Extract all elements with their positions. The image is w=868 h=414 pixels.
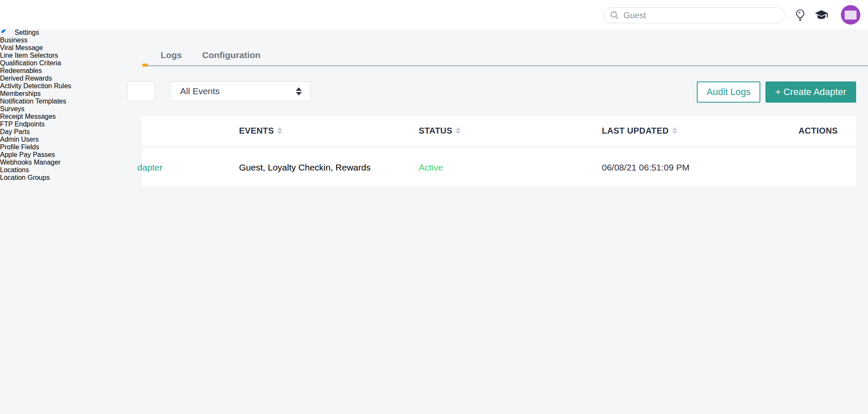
- status-badge: Active: [419, 162, 443, 173]
- column-header-status[interactable]: STATUS: [419, 116, 461, 145]
- search-icon: [610, 11, 619, 20]
- tab-logs[interactable]: Logs: [161, 50, 182, 60]
- tab-configuration[interactable]: Configuration: [202, 50, 261, 60]
- column-header-events[interactable]: EVENTS: [239, 116, 282, 145]
- sidebar-submenu: Business Viral Message Line Item Selecto…: [0, 36, 71, 182]
- sort-icon[interactable]: [456, 127, 461, 134]
- column-header-actions: ACTIONS: [798, 116, 838, 145]
- column-header-last-updated[interactable]: LAST UPDATED: [602, 116, 677, 145]
- sidebar-section-label: Settings: [14, 29, 39, 36]
- avatar-image: [845, 11, 857, 20]
- search-input[interactable]: Guest: [604, 7, 785, 23]
- sidebar-item-admin-users[interactable]: Admin Users: [0, 136, 71, 143]
- search-filter-input[interactable]: [127, 81, 155, 101]
- event-filter-select[interactable]: All Events: [170, 81, 311, 101]
- sort-icon[interactable]: [277, 127, 282, 134]
- sidebar-item-qualification-criteria[interactable]: Qualification Criteria: [0, 59, 71, 67]
- lightbulb-icon[interactable]: [793, 8, 807, 22]
- top-bar: Guest: [0, 0, 868, 30]
- sidebar-item-receipt-messages[interactable]: Receipt Messages: [0, 113, 71, 120]
- row-events-cell: Guest, Loyalty Checkin, Rewards: [239, 148, 370, 187]
- audit-logs-button[interactable]: Audit Logs: [697, 81, 760, 103]
- sidebar-item-business[interactable]: Business: [0, 36, 71, 44]
- sort-icon[interactable]: [672, 127, 677, 134]
- sidebar-item-notification-templates[interactable]: Notification Templates: [0, 98, 71, 105]
- sidebar-item-memberships[interactable]: Memberships: [0, 90, 71, 98]
- graduation-cap-icon[interactable]: [815, 8, 828, 22]
- row-last-updated-cell: 06/08/21 06:51:09 PM: [602, 148, 690, 187]
- sidebar-item-derived-rewards[interactable]: Derived Rewards: [0, 75, 71, 82]
- sidebar-item-profile-fields[interactable]: Profile Fields: [0, 143, 71, 151]
- sidebar-item-apple-pay-passes[interactable]: Apple Pay Passes: [0, 151, 71, 159]
- sidebar-item-viral-message[interactable]: Viral Message: [0, 44, 71, 52]
- sidebar-item-redeemables[interactable]: Redeemables: [0, 67, 71, 75]
- sidebar-item-line-item-selectors[interactable]: Line Item Selectors: [0, 52, 71, 59]
- sidebar-item-surveys[interactable]: Surveys: [0, 105, 71, 113]
- table-row: dapter Guest, Loyalty Checkin, Rewards A…: [142, 148, 856, 187]
- user-avatar[interactable]: [841, 5, 860, 25]
- sidebar-item-webhooks-manager[interactable]: Webhooks Manager: [0, 159, 71, 166]
- select-updown-icon: [296, 87, 302, 95]
- sidebar-item-ftp-endpoints[interactable]: FTP Endpoints: [0, 120, 71, 128]
- create-adapter-button[interactable]: + Create Adapter: [765, 81, 856, 103]
- sidebar-item-day-parts[interactable]: Day Parts: [0, 128, 71, 136]
- sidebar-item-locations[interactable]: Locations: [0, 166, 71, 174]
- row-status-cell: Active: [419, 148, 443, 187]
- active-tab-indicator: [142, 64, 148, 67]
- event-filter-value: All Events: [180, 86, 296, 96]
- sidebar-item-activity-detection-rules[interactable]: Activity Detection Rules: [0, 82, 71, 90]
- table-header: EVENTS STATUS LAST UPDATED ACTIONS: [142, 116, 856, 145]
- adapter-name-link[interactable]: dapter: [137, 148, 163, 187]
- search-placeholder: Guest: [623, 11, 646, 20]
- tab-divider-line: [142, 65, 868, 66]
- sidebar-item-location-groups[interactable]: Location Groups: [0, 174, 71, 182]
